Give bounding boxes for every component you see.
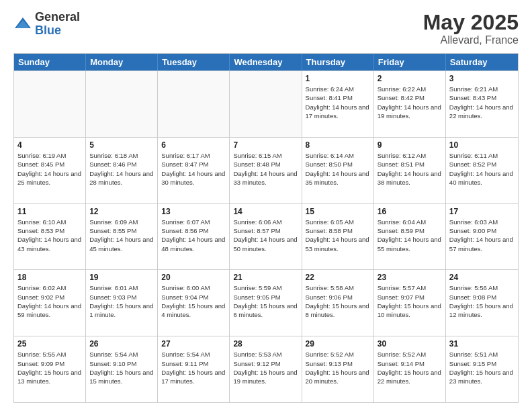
sun-info: Sunrise: 5:53 AMSunset: 9:12 PMDaylight:…: [233, 350, 298, 385]
day-number: 9: [378, 140, 442, 150]
day-cell-31: 31Sunrise: 5:51 AMSunset: 9:15 PMDayligh…: [446, 336, 518, 402]
day-cell-26: 26Sunrise: 5:54 AMSunset: 9:10 PMDayligh…: [86, 336, 158, 402]
title-month: May 2025: [423, 11, 519, 34]
day-number: 25: [17, 339, 82, 349]
calendar-row-1: 4Sunrise: 6:19 AMSunset: 8:45 PMDaylight…: [14, 137, 518, 203]
day-number: 17: [449, 207, 515, 216]
day-number: 14: [233, 207, 298, 216]
sun-info: Sunrise: 5:52 AMSunset: 9:14 PMDaylight:…: [378, 350, 442, 385]
day-cell-20: 20Sunrise: 6:00 AMSunset: 9:04 PMDayligh…: [158, 270, 230, 336]
day-number: 21: [233, 273, 298, 282]
day-number: 2: [378, 74, 442, 83]
day-number: 13: [161, 207, 226, 216]
day-cell-11: 11Sunrise: 6:10 AMSunset: 8:53 PMDayligh…: [14, 204, 86, 270]
day-number: 19: [89, 273, 154, 282]
sun-info: Sunrise: 5:51 AMSunset: 9:15 PMDaylight:…: [449, 350, 515, 385]
sun-info: Sunrise: 6:12 AMSunset: 8:51 PMDaylight:…: [378, 151, 442, 187]
sun-info: Sunrise: 5:57 AMSunset: 9:07 PMDaylight:…: [378, 283, 442, 319]
day-cell-22: 22Sunrise: 5:58 AMSunset: 9:06 PMDayligh…: [302, 270, 374, 336]
day-cell-18: 18Sunrise: 6:02 AMSunset: 9:02 PMDayligh…: [14, 270, 86, 336]
sun-info: Sunrise: 6:22 AMSunset: 8:42 PMDaylight:…: [378, 85, 442, 120]
day-cell-2: 2Sunrise: 6:22 AMSunset: 8:42 PMDaylight…: [374, 71, 446, 137]
day-cell-29: 29Sunrise: 5:52 AMSunset: 9:13 PMDayligh…: [302, 336, 374, 402]
sun-info: Sunrise: 5:52 AMSunset: 9:13 PMDaylight:…: [306, 350, 370, 385]
day-number: 8: [306, 140, 370, 150]
header-day-monday: Monday: [86, 54, 158, 71]
day-number: 26: [89, 339, 154, 349]
sun-info: Sunrise: 6:15 AMSunset: 8:48 PMDaylight:…: [233, 151, 298, 187]
header-day-wednesday: Wednesday: [230, 54, 302, 71]
day-number: 12: [89, 207, 154, 216]
sun-info: Sunrise: 6:05 AMSunset: 8:58 PMDaylight:…: [306, 218, 370, 253]
day-cell-empty-0-1: [86, 71, 158, 137]
calendar-header: SundayMondayTuesdayWednesdayThursdayFrid…: [14, 54, 518, 71]
sun-info: Sunrise: 6:19 AMSunset: 8:45 PMDaylight:…: [17, 151, 82, 187]
sun-info: Sunrise: 6:03 AMSunset: 9:00 PMDaylight:…: [449, 218, 515, 253]
day-cell-empty-0-3: [230, 71, 302, 137]
sun-info: Sunrise: 6:18 AMSunset: 8:46 PMDaylight:…: [89, 151, 154, 187]
logo: General Blue: [13, 11, 80, 38]
day-cell-9: 9Sunrise: 6:12 AMSunset: 8:51 PMDaylight…: [374, 138, 446, 203]
logo-blue: Blue: [35, 24, 80, 38]
day-number: 22: [306, 273, 370, 282]
day-cell-28: 28Sunrise: 5:53 AMSunset: 9:12 PMDayligh…: [230, 336, 302, 402]
day-number: 1: [306, 74, 370, 83]
day-cell-30: 30Sunrise: 5:52 AMSunset: 9:14 PMDayligh…: [374, 336, 446, 402]
day-number: 6: [161, 140, 226, 150]
sun-info: Sunrise: 6:09 AMSunset: 8:55 PMDaylight:…: [89, 218, 154, 253]
day-cell-4: 4Sunrise: 6:19 AMSunset: 8:45 PMDaylight…: [14, 138, 86, 203]
day-cell-16: 16Sunrise: 6:04 AMSunset: 8:59 PMDayligh…: [374, 204, 446, 270]
day-cell-6: 6Sunrise: 6:17 AMSunset: 8:47 PMDaylight…: [158, 138, 230, 203]
sun-info: Sunrise: 6:21 AMSunset: 8:43 PMDaylight:…: [449, 85, 515, 120]
day-number: 27: [161, 339, 226, 349]
day-number: 31: [449, 339, 515, 349]
sun-info: Sunrise: 5:59 AMSunset: 9:05 PMDaylight:…: [233, 283, 298, 319]
day-cell-8: 8Sunrise: 6:14 AMSunset: 8:50 PMDaylight…: [302, 138, 374, 203]
header-day-friday: Friday: [374, 54, 446, 71]
day-cell-13: 13Sunrise: 6:07 AMSunset: 8:56 PMDayligh…: [158, 204, 230, 270]
day-number: 29: [306, 339, 370, 349]
sun-info: Sunrise: 6:04 AMSunset: 8:59 PMDaylight:…: [378, 218, 442, 253]
day-cell-14: 14Sunrise: 6:06 AMSunset: 8:57 PMDayligh…: [230, 204, 302, 270]
sun-info: Sunrise: 6:17 AMSunset: 8:47 PMDaylight:…: [161, 151, 226, 187]
day-cell-1: 1Sunrise: 6:24 AMSunset: 8:41 PMDaylight…: [302, 71, 374, 137]
page: General Blue May 2025 Allevard, France S…: [0, 0, 532, 411]
day-cell-27: 27Sunrise: 5:54 AMSunset: 9:11 PMDayligh…: [158, 336, 230, 402]
day-number: 20: [161, 273, 226, 282]
title-block: May 2025 Allevard, France: [423, 11, 519, 46]
calendar-row-0: 1Sunrise: 6:24 AMSunset: 8:41 PMDaylight…: [14, 71, 518, 137]
day-cell-23: 23Sunrise: 5:57 AMSunset: 9:07 PMDayligh…: [374, 270, 446, 336]
sun-info: Sunrise: 6:10 AMSunset: 8:53 PMDaylight:…: [17, 218, 82, 253]
day-number: 24: [449, 273, 515, 282]
sun-info: Sunrise: 6:24 AMSunset: 8:41 PMDaylight:…: [306, 85, 370, 120]
day-number: 28: [233, 339, 298, 349]
sun-info: Sunrise: 6:02 AMSunset: 9:02 PMDaylight:…: [17, 283, 82, 319]
day-number: 23: [378, 273, 442, 282]
calendar: SundayMondayTuesdayWednesdayThursdayFrid…: [13, 53, 519, 403]
day-cell-15: 15Sunrise: 6:05 AMSunset: 8:58 PMDayligh…: [302, 204, 374, 270]
sun-info: Sunrise: 5:58 AMSunset: 9:06 PMDaylight:…: [306, 283, 370, 319]
day-number: 16: [378, 207, 442, 216]
day-number: 4: [17, 140, 82, 150]
header-day-sunday: Sunday: [14, 54, 86, 71]
calendar-row-3: 18Sunrise: 6:02 AMSunset: 9:02 PMDayligh…: [14, 269, 518, 336]
day-cell-5: 5Sunrise: 6:18 AMSunset: 8:46 PMDaylight…: [86, 138, 158, 203]
header-day-thursday: Thursday: [302, 54, 374, 71]
calendar-row-4: 25Sunrise: 5:55 AMSunset: 9:09 PMDayligh…: [14, 336, 518, 402]
sun-info: Sunrise: 6:01 AMSunset: 9:03 PMDaylight:…: [89, 283, 154, 319]
sun-info: Sunrise: 6:07 AMSunset: 8:56 PMDaylight:…: [161, 218, 226, 253]
day-number: 10: [449, 140, 515, 150]
calendar-row-2: 11Sunrise: 6:10 AMSunset: 8:53 PMDayligh…: [14, 203, 518, 270]
day-number: 7: [233, 140, 298, 150]
logo-general: General: [35, 11, 80, 24]
day-cell-17: 17Sunrise: 6:03 AMSunset: 9:00 PMDayligh…: [446, 204, 518, 270]
day-number: 30: [378, 339, 442, 349]
sun-info: Sunrise: 6:00 AMSunset: 9:04 PMDaylight:…: [161, 283, 226, 319]
header-day-tuesday: Tuesday: [158, 54, 230, 71]
day-number: 3: [449, 74, 515, 83]
day-cell-empty-0-2: [158, 71, 230, 137]
sun-info: Sunrise: 5:56 AMSunset: 9:08 PMDaylight:…: [449, 283, 515, 319]
sun-info: Sunrise: 5:54 AMSunset: 9:11 PMDaylight:…: [161, 350, 226, 385]
title-location: Allevard, France: [423, 34, 519, 46]
day-cell-25: 25Sunrise: 5:55 AMSunset: 9:09 PMDayligh…: [14, 336, 86, 402]
